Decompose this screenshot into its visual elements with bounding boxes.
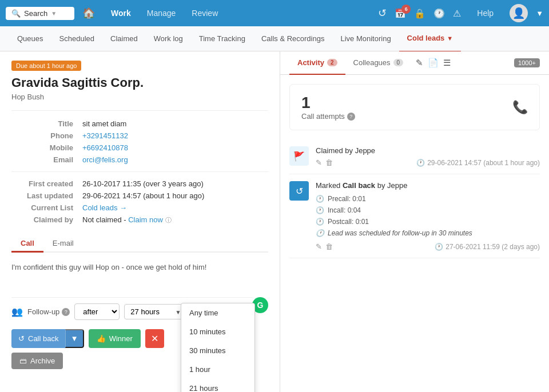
- time-select[interactable]: Any time 10 minutes 30 minutes 1 hour 21…: [124, 304, 185, 319]
- claimed-by-value: Not claimed: [82, 215, 122, 224]
- info-table: Title sit amet diam Phone +3291451132 Mo…: [11, 118, 268, 166]
- nav-icons: ↺ 📅 6 🔒 🕐 ⚠ Help 👤 ▼: [378, 4, 543, 22]
- tab-colleagues[interactable]: Colleagues 0: [345, 51, 412, 75]
- activity-item-claimed: 🚩 Claimed by Jeppe ✎ 🗑 🕐 29-06-2021: [289, 139, 540, 174]
- followup-help[interactable]: ?: [62, 308, 70, 316]
- avatar-caret[interactable]: ▼: [536, 9, 543, 18]
- title-value: sit amet diam: [80, 118, 268, 130]
- help-link[interactable]: Help: [469, 9, 502, 18]
- mobile-label: Mobile: [11, 142, 80, 154]
- clock-icon[interactable]: 🕐: [433, 8, 445, 19]
- list-icon[interactable]: ☰: [443, 58, 451, 68]
- phone-label: Phone: [11, 130, 80, 142]
- activity-title-claimed: Claimed by Jeppe: [316, 146, 540, 155]
- incall-item: 🕐 Incall: 0:04: [316, 205, 540, 216]
- title-label: Title: [11, 118, 80, 130]
- subnav-timetracking[interactable]: Time Tracking: [191, 26, 253, 51]
- first-created-label: First created: [11, 178, 80, 190]
- edit-icon[interactable]: ✎: [416, 58, 423, 68]
- nav-home[interactable]: 🏠: [74, 7, 103, 19]
- followup-after-select[interactable]: after before: [74, 303, 120, 320]
- notes-area: I'm confident this guy will Hop on - onc…: [11, 258, 268, 293]
- activity-tabs: Activity 2 Colleagues 0 ✎ 📄 ☰ 1000+: [280, 51, 549, 75]
- delete-activity-icon[interactable]: 🗑: [325, 158, 333, 167]
- dropdown-30-minutes[interactable]: 30 minutes: [181, 341, 254, 360]
- activity-actions-claimed: ✎ 🗑: [316, 158, 333, 167]
- clock-meta-icon: 🕐: [435, 243, 443, 251]
- precall-item: 🕐 Precall: 0:01: [316, 193, 540, 205]
- clock-sub-icon3: 🕐: [316, 218, 324, 226]
- warning-icon[interactable]: ⚠: [453, 8, 461, 19]
- tab-email[interactable]: E-mail: [43, 235, 83, 253]
- tab-call[interactable]: Call: [11, 235, 43, 253]
- nav-work[interactable]: Work: [103, 9, 139, 18]
- call-attempts-box: 1 Call attempts ? 📞: [289, 84, 540, 130]
- dropdown-any-time[interactable]: Any time: [181, 303, 254, 322]
- unknown-red-button[interactable]: ✕: [145, 329, 164, 348]
- sub-navigation: Queues Scheduled Claimed Work log Time T…: [0, 26, 549, 51]
- time-select-wrapper: Any time 10 minutes 30 minutes 1 hour 21…: [124, 304, 185, 319]
- subnav-livemonitoring[interactable]: Live Monitoring: [332, 26, 399, 51]
- subnav-claimed[interactable]: Claimed: [102, 26, 146, 51]
- avatar[interactable]: 👤: [510, 4, 528, 22]
- dropdown-1-hour[interactable]: 1 hour: [181, 360, 254, 379]
- nav-manage[interactable]: Manage: [139, 9, 184, 18]
- search-caret: ▼: [51, 10, 57, 17]
- mobile-value[interactable]: +6692410878: [82, 143, 128, 152]
- due-badge: Due about 1 hour ago: [11, 61, 81, 71]
- winner-icon: 👍: [97, 334, 106, 343]
- last-updated-value: 29-06-2021 14:57 (about 1 hour ago): [80, 190, 268, 202]
- phone-value[interactable]: +3291451132: [82, 131, 128, 140]
- callback-caret-button[interactable]: ▼: [65, 329, 83, 348]
- email-value[interactable]: orci@felis.org: [82, 155, 128, 164]
- callback-refresh-icon: ↺: [18, 334, 25, 343]
- calendar-icon[interactable]: 📅 6: [395, 8, 406, 19]
- subnav-worklog[interactable]: Work log: [146, 26, 191, 51]
- dropdown-10-minutes[interactable]: 10 minutes: [181, 322, 254, 341]
- subnav-calls[interactable]: Calls & Recordings: [253, 26, 333, 51]
- subnav-scheduled[interactable]: Scheduled: [51, 26, 102, 51]
- call-email-tabs: Call E-mail: [11, 235, 268, 253]
- large-count-badge: 1000+: [514, 58, 540, 67]
- call-attempts-help[interactable]: ?: [347, 113, 355, 121]
- delete-callback-icon[interactable]: 🗑: [325, 242, 333, 251]
- main-layout: Due about 1 hour ago Gravida Sagittis Co…: [0, 51, 549, 392]
- coldleads-caret[interactable]: ▼: [447, 26, 453, 51]
- top-navigation: 🔍 Search ▼ 🏠 Work Manage Review ↺ 📅 6 🔒 …: [0, 0, 549, 26]
- left-panel: Due about 1 hour ago Gravida Sagittis Co…: [0, 51, 280, 392]
- document-icon[interactable]: 📄: [428, 58, 439, 68]
- clock-icon-small: 🕐: [416, 159, 425, 167]
- activity-meta-claimed: 🕐 29-06-2021 14:57 (about 1 hour ago): [416, 159, 540, 167]
- history-icon[interactable]: ↺: [378, 7, 387, 19]
- activity-content-claimed: Claimed by Jeppe ✎ 🗑 🕐 29-06-2021 14:57 …: [316, 146, 540, 167]
- right-panel: Activity 2 Colleagues 0 ✎ 📄 ☰ 1000+ 1 Ca…: [280, 51, 549, 392]
- current-list-label: Current List: [11, 202, 80, 214]
- callback-main-button[interactable]: ↺ Call back: [11, 329, 65, 348]
- activity-item-callback: ↺ Marked Call back by Jeppe 🕐 Precall: 0…: [289, 174, 540, 258]
- tab-activity[interactable]: Activity 2: [289, 51, 345, 75]
- activity-badge: 2: [327, 59, 337, 66]
- activity-feed: 🚩 Claimed by Jeppe ✎ 🗑 🕐 29-06-2021: [280, 139, 549, 258]
- postcall-item: 🕐 Postcall: 0:01: [316, 216, 540, 227]
- refresh-icon: ↺: [289, 181, 309, 201]
- archive-button[interactable]: 🗃 Archive: [11, 353, 63, 369]
- edit-callback-icon[interactable]: ✎: [316, 242, 322, 251]
- activity-actions-callback: ✎ 🗑: [316, 242, 333, 251]
- search-label: Search: [24, 9, 47, 18]
- claim-link[interactable]: Claim now: [128, 215, 165, 224]
- search-box[interactable]: 🔍 Search ▼: [6, 7, 74, 20]
- subnav-coldleads[interactable]: Cold leads ▼: [399, 26, 462, 52]
- time-dropdown: Any time 10 minutes 30 minutes 1 hour 21…: [181, 303, 255, 392]
- call-count: 1: [301, 94, 355, 112]
- winner-button[interactable]: 👍 Winner: [89, 329, 141, 348]
- dropdown-21-hours[interactable]: 21 hours: [181, 379, 254, 392]
- clock-sub-icon: 🕐: [316, 195, 324, 203]
- call-label: Call attempts ?: [301, 112, 355, 121]
- nav-review[interactable]: Review: [184, 9, 226, 18]
- current-list-value[interactable]: Cold leads →: [82, 203, 127, 212]
- lock-icon[interactable]: 🔒: [414, 8, 425, 19]
- flag-icon: 🚩: [289, 146, 309, 166]
- edit-activity-icon[interactable]: ✎: [316, 158, 322, 167]
- badge-count: 6: [401, 5, 411, 14]
- subnav-queues[interactable]: Queues: [9, 26, 51, 51]
